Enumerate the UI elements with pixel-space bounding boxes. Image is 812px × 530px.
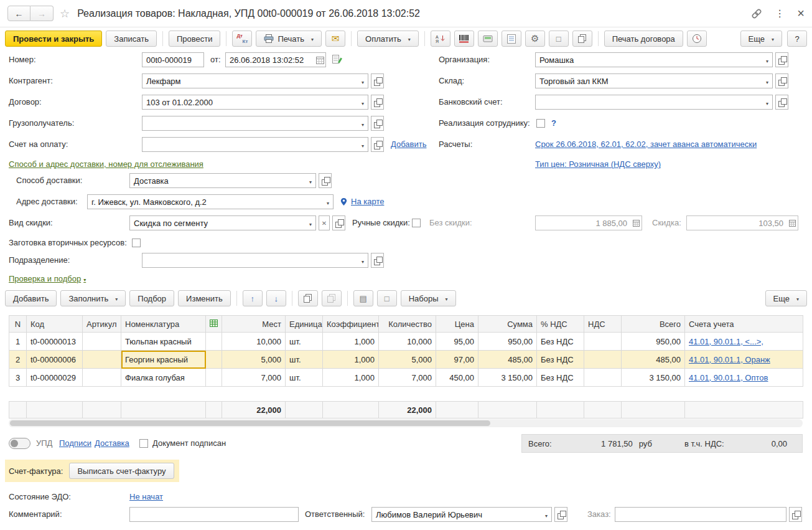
cell-n[interactable]: 2: [9, 351, 27, 369]
calculator-icon[interactable]: [630, 220, 642, 227]
accounts-link[interactable]: 41.01, 90.01.1, Оранж: [689, 355, 770, 364]
paste-rows-button[interactable]: [322, 290, 342, 306]
email-button[interactable]: ✉: [325, 31, 345, 47]
dropdown-arrow-icon[interactable]: [541, 510, 551, 519]
cell-vat-pct[interactable]: Без НДС: [537, 333, 584, 351]
delivery-section-link[interactable]: Способ и адрес доставки, номер для отсле…: [9, 157, 203, 172]
responsible-open-button[interactable]: [554, 507, 567, 522]
fill-check-button[interactable]: [502, 31, 521, 47]
dropdown-arrow-icon[interactable]: [358, 77, 368, 86]
price-type-link[interactable]: Тип цен: Розничная (НДС сверху): [535, 157, 661, 172]
print-button[interactable]: Печать: [256, 31, 322, 47]
marking-button[interactable]: □: [549, 31, 569, 47]
table-row[interactable]: 1 t0-00000013 Тюльпан красный 10,000 шт.…: [9, 333, 803, 351]
date-input[interactable]: 26.06.2018 13:02:52: [225, 52, 326, 67]
cell-flags[interactable]: [206, 351, 222, 369]
cell-qty[interactable]: 10,000: [379, 333, 436, 351]
totals-button[interactable]: ▤: [353, 290, 373, 306]
dropdown-arrow-icon[interactable]: [323, 197, 333, 207]
back-button[interactable]: ←: [7, 6, 30, 21]
cell-unit[interactable]: шт.: [286, 369, 323, 387]
check-and-pick-link[interactable]: Проверка и подбор: [9, 272, 86, 288]
cell-accounts[interactable]: 41.01, 90.01.1, Оранж: [685, 351, 803, 369]
cell-vat-pct[interactable]: Без НДС: [537, 351, 584, 369]
col-header-vat[interactable]: НДС: [584, 316, 622, 333]
forward-button[interactable]: →: [30, 6, 54, 21]
settings-button[interactable]: ⚙: [525, 31, 545, 47]
cell-places[interactable]: 7,000: [222, 369, 286, 387]
cell-n[interactable]: 1: [9, 333, 27, 351]
close-icon[interactable]: ×: [797, 6, 805, 21]
employee-sale-hint[interactable]: ?: [551, 116, 556, 131]
cell-article[interactable]: [83, 369, 121, 387]
items-more-button[interactable]: Еще: [765, 290, 807, 306]
cell-unit[interactable]: шт.: [286, 333, 323, 351]
table-row[interactable]: 3 t0-00000029 Фиалка голубая 7,000 шт. 1…: [9, 369, 803, 387]
col-header-sum[interactable]: Сумма: [478, 316, 537, 333]
cell-sum[interactable]: 950,00: [478, 333, 537, 351]
contract-select[interactable]: 103 от 01.02.2000: [142, 95, 368, 110]
horizontal-scrollbar[interactable]: [9, 419, 803, 427]
kebab-menu-icon[interactable]: ⋮: [775, 7, 785, 19]
cell-code[interactable]: t0-00000006: [27, 351, 83, 369]
cell-coef[interactable]: 1,000: [323, 333, 379, 351]
cell-qty[interactable]: 5,000: [379, 351, 436, 369]
map-pin-icon[interactable]: [340, 197, 348, 207]
accounts-link[interactable]: 41.01, 90.01.1, Оптов: [689, 373, 768, 382]
cell-price[interactable]: 450,00: [436, 369, 478, 387]
cell-flags[interactable]: [206, 369, 222, 387]
employee-sale-checkbox[interactable]: [536, 119, 545, 128]
cell-name[interactable]: Фиалка голубая: [121, 369, 206, 387]
settlements-link[interactable]: Срок 26.06.2018, 62.01, 62.02, зачет ава…: [535, 137, 757, 152]
print-contract-button[interactable]: Печать договора: [604, 31, 683, 47]
add-row-button[interactable]: Добавить: [5, 290, 57, 306]
cell-places[interactable]: 5,000: [222, 351, 286, 369]
save-button[interactable]: Записать: [106, 31, 157, 47]
organization-open-button[interactable]: [775, 52, 788, 67]
dropdown-arrow-icon[interactable]: [306, 176, 315, 186]
calculator-icon[interactable]: [786, 220, 798, 227]
responsible-select[interactable]: Любимов Валерий Юрьевич: [371, 507, 552, 522]
delivery-method-select[interactable]: Доставка: [129, 173, 316, 188]
cell-total[interactable]: 485,00: [622, 351, 685, 369]
cell-sum[interactable]: 485,00: [478, 351, 537, 369]
document-signed-checkbox[interactable]: [139, 439, 148, 448]
counterparty-select[interactable]: Лекфарм: [142, 73, 368, 88]
discount-type-open-button[interactable]: [332, 215, 345, 230]
help-button[interactable]: ?: [787, 31, 807, 47]
col-header-vat-pct[interactable]: % НДС: [537, 316, 584, 333]
cell-coef[interactable]: 1,000: [323, 351, 379, 369]
counterparty-open-button[interactable]: [371, 73, 384, 88]
organization-select[interactable]: Ромашка: [535, 52, 773, 67]
dropdown-arrow-icon[interactable]: [358, 119, 368, 128]
cell-qty[interactable]: 7,000: [379, 369, 436, 387]
move-up-button[interactable]: ↑: [243, 290, 263, 306]
cell-price[interactable]: 95,00: [436, 333, 478, 351]
cell-n[interactable]: 3: [9, 369, 27, 387]
warehouse-select[interactable]: Торговый зал ККМ: [535, 73, 773, 88]
cell-coef[interactable]: 1,000: [323, 369, 379, 387]
favorite-star-icon[interactable]: ☆: [60, 7, 70, 21]
cell-name-current[interactable]: Георгин красный: [121, 351, 206, 369]
delivery-tab-link[interactable]: Доставка: [95, 436, 129, 451]
cell-unit[interactable]: шт.: [286, 351, 323, 369]
payment-invoice-open-button[interactable]: [371, 137, 384, 152]
warehouse-open-button[interactable]: [775, 73, 788, 88]
col-header-coef[interactable]: Коэффициент: [323, 316, 379, 333]
add-invoice-link[interactable]: Добавить: [391, 137, 426, 152]
pay-button[interactable]: Оплатить: [357, 31, 419, 47]
bank-account-select[interactable]: [535, 95, 773, 110]
cell-vat[interactable]: [584, 351, 622, 369]
dropdown-arrow-icon[interactable]: [306, 219, 315, 228]
cell-total[interactable]: 950,00: [622, 333, 685, 351]
discount-type-select[interactable]: Скидка по сегменту: [129, 215, 316, 230]
department-open-button[interactable]: [371, 253, 384, 268]
dropdown-arrow-icon[interactable]: [762, 77, 772, 86]
copies-button[interactable]: [572, 31, 592, 47]
scrollbar-thumb[interactable]: [10, 420, 490, 426]
map-link[interactable]: На карте: [351, 194, 384, 209]
post-button[interactable]: Провести: [169, 31, 221, 47]
cell-flags[interactable]: [206, 333, 222, 351]
consignee-select[interactable]: [142, 116, 368, 131]
fill-button[interactable]: Заполнить: [60, 290, 126, 306]
